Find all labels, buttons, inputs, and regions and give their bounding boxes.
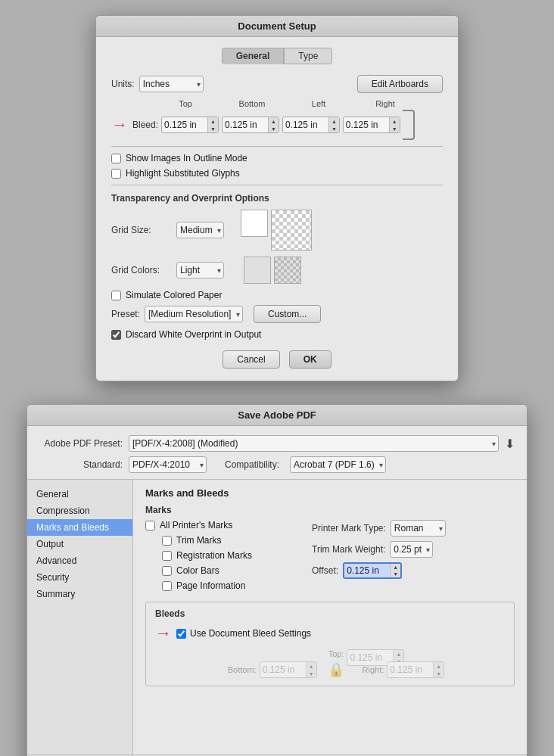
simulate-paper-row: Simulate Colored Paper [111, 290, 443, 300]
bleed-fields-disabled: Top: ▲ ▼ Bottom: [155, 649, 505, 678]
bleed-bottom-disabled-up: ▲ [307, 662, 316, 670]
grid-size-select[interactable]: Small Medium Large [176, 222, 224, 238]
discard-label: Discard White Overprint in Output [126, 329, 261, 340]
bleed-top-down[interactable]: ▼ [208, 125, 218, 132]
reg-marks-checkbox[interactable] [162, 551, 172, 561]
preset-label: Preset: [111, 309, 140, 319]
bleed-left-input[interactable] [283, 120, 328, 130]
trim-mark-weight-select[interactable]: 0.25 pt 0.50 pt 1.0 pt [390, 541, 433, 558]
units-row: Units: Inches Millimeters Centimeters Po… [111, 75, 443, 93]
glyphs-checkbox[interactable] [111, 169, 121, 179]
bleed-label: Bleed: [132, 120, 158, 130]
doc-cancel-button[interactable]: Cancel [223, 350, 279, 369]
bleed-bottom-disabled-spinner: ▲ ▼ [306, 662, 316, 677]
bleed-bottom-up[interactable]: ▲ [269, 117, 279, 125]
printer-mark-type-label: Printer Mark Type: [312, 523, 386, 534]
tab-general[interactable]: General [222, 48, 285, 64]
printer-mark-type-wrap: Roman Japanese [391, 520, 446, 537]
pdf-preset-label: Adobe PDF Preset: [39, 438, 123, 449]
bleed-right-up[interactable]: ▲ [390, 117, 400, 125]
bleed-right-label: Right [355, 99, 416, 108]
bleed-bottom-down[interactable]: ▼ [269, 125, 279, 132]
use-doc-bleed-row: → Use Document Bleed Settings [155, 624, 505, 643]
checker-swatch-small [274, 257, 301, 284]
use-doc-bleed-checkbox[interactable] [176, 629, 186, 639]
bleed-right-input[interactable] [344, 120, 389, 130]
discard-checkbox[interactable] [111, 330, 121, 340]
pdf-main-panel: Marks and Bleeds Marks All Printer's Mar… [133, 480, 527, 754]
grid-colors-select[interactable]: Light Medium Dark Custom [176, 262, 224, 278]
bleed-arrow-2: → [155, 624, 172, 643]
printer-mark-type-row: Printer Mark Type: Roman Japanese [312, 520, 515, 537]
marks-right: Printer Mark Type: Roman Japanese Trim M… [312, 505, 515, 596]
trim-marks-row: Trim Marks [162, 535, 297, 546]
tab-bar: General Type [111, 48, 443, 64]
printer-mark-type-select[interactable]: Roman Japanese [391, 520, 446, 537]
sidebar-item-output[interactable]: Output [27, 536, 132, 552]
offset-up[interactable]: ▲ [391, 564, 400, 571]
discard-row: Discard White Overprint in Output [111, 329, 443, 340]
tab-type[interactable]: Type [284, 48, 332, 64]
bleed-right-field[interactable]: ▲ ▼ [343, 117, 400, 133]
offset-field[interactable]: ▲ ▼ [343, 562, 402, 579]
sidebar-item-compression[interactable]: Compression [27, 502, 132, 519]
bleed-top-label: Top [155, 99, 216, 108]
sidebar-item-security[interactable]: Security [27, 569, 132, 586]
white-swatch [241, 210, 268, 237]
bleed-bottom-disabled-field: ▲ ▼ [260, 661, 317, 678]
compat-select[interactable]: Acrobat 4 (PDF 1.3) Acrobat 5 (PDF 1.4) … [290, 456, 386, 473]
compat-label: Compatibility: [225, 459, 279, 470]
outline-checkbox[interactable] [111, 154, 121, 163]
pdf-preset-select[interactable]: [PDF/X-4:2008] (Modified) [129, 435, 499, 452]
bleed-left-up[interactable]: ▲ [329, 117, 339, 125]
color-bars-checkbox[interactable] [162, 566, 172, 576]
bleed-top-up[interactable]: ▲ [208, 117, 218, 125]
sidebar-item-marks-bleeds[interactable]: Marks and Bleeds [27, 519, 132, 536]
preset-row: Preset: [Low Resolution] [Medium Resolut… [111, 305, 443, 323]
trim-marks-label: Trim Marks [176, 535, 222, 546]
bleed-bottom-disabled-input [260, 664, 306, 675]
bleed-right-disabled-row: Right: ▲ ▼ [363, 661, 445, 678]
marks-grid: Marks All Printer's Marks Trim Marks Reg… [145, 505, 515, 596]
bleed-right-disabled-down: ▼ [434, 670, 444, 677]
marks-left: Marks All Printer's Marks Trim Marks Reg… [145, 505, 297, 596]
page-info-checkbox[interactable] [162, 581, 172, 591]
simulate-paper-label: Simulate Colored Paper [126, 290, 222, 300]
sidebar-item-summary[interactable]: Summary [27, 586, 132, 602]
bleed-left-down[interactable]: ▼ [329, 125, 339, 132]
save-pdf-title: Save Adobe PDF [27, 405, 527, 426]
bleed-top-input[interactable] [162, 120, 207, 130]
preset-select[interactable]: [Low Resolution] [Medium Resolution] [Hi… [145, 306, 243, 322]
doc-ok-button[interactable]: OK [289, 350, 331, 369]
grid-colors-label: Grid Colors: [111, 265, 172, 275]
offset-down[interactable]: ▼ [391, 571, 400, 577]
color-bars-row: Color Bars [162, 565, 297, 576]
units-select[interactable]: Inches Millimeters Centimeters Points Pi… [139, 76, 204, 92]
bleed-top-field[interactable]: ▲ ▼ [161, 117, 219, 133]
offset-input[interactable] [344, 565, 390, 576]
standard-select[interactable]: PDF/X-1a:2001 PDF/X-3:2002 PDF/X-4:2010 [129, 456, 207, 473]
bleed-left-field[interactable]: ▲ ▼ [282, 117, 340, 133]
edit-artboards-button[interactable]: Edit Artboards [357, 75, 443, 93]
standard-label: Standard: [39, 459, 123, 470]
units-label: Units: [111, 79, 135, 89]
download-icon[interactable]: ⬇ [505, 437, 515, 451]
pdf-preset-row: Adobe PDF Preset: [PDF/X-4:2008] (Modifi… [39, 435, 515, 452]
bleed-bottom-input[interactable] [223, 120, 268, 130]
reg-marks-label: Registration Marks [176, 550, 252, 561]
bleed-right-down[interactable]: ▼ [390, 125, 400, 132]
sidebar-item-general[interactable]: General [27, 486, 132, 502]
bleed-arrow: → [111, 115, 128, 135]
trim-mark-weight-wrap: 0.25 pt 0.50 pt 1.0 pt [390, 541, 433, 558]
trim-marks-checkbox[interactable] [162, 536, 172, 546]
custom-button[interactable]: Custom... [254, 305, 321, 323]
sidebar-item-advanced[interactable]: Advanced [27, 552, 132, 569]
reg-marks-row: Registration Marks [162, 550, 297, 561]
bleed-bottom-field[interactable]: ▲ ▼ [222, 117, 279, 133]
bleed-right-disabled-input [387, 664, 433, 675]
simulate-paper-checkbox[interactable] [111, 291, 121, 300]
glyphs-label: Highlight Substituted Glyphs [126, 168, 240, 179]
all-printer-marks-checkbox[interactable] [145, 521, 155, 530]
trim-mark-weight-label: Trim Mark Weight: [312, 544, 385, 555]
page-info-row: Page Information [162, 580, 297, 591]
